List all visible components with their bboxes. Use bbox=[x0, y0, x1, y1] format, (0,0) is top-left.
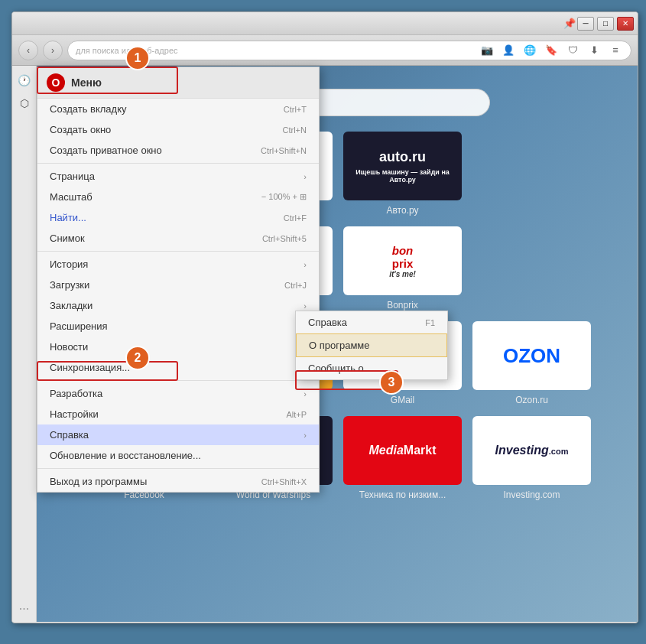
annotation-2: 2 bbox=[125, 346, 150, 370]
globe-icon: 🌐 bbox=[522, 43, 537, 58]
address-bar[interactable]: для поиска или веб-адрес 📷 👤 🌐 🔖 🛡 ⬇ ≡ bbox=[67, 41, 631, 60]
menu-title: Меню bbox=[71, 76, 102, 89]
dial-mediamarkt-label: Техника по низким... bbox=[359, 490, 446, 500]
camera-icon: 📷 bbox=[479, 43, 495, 58]
close-button[interactable]: ✕ bbox=[617, 17, 634, 31]
maximize-button[interactable]: □ bbox=[597, 17, 614, 31]
dial-bonprix-thumb: bon prix it's me! bbox=[343, 226, 462, 295]
sidebar-bookmark-icon[interactable]: ⬡ bbox=[16, 95, 33, 112]
window-controls: ─ □ ✕ bbox=[577, 17, 634, 31]
dial-mediamarkt[interactable]: MediaMarkt Техника по низким... bbox=[343, 416, 462, 500]
dial-ozon[interactable]: OZON Ozon.ru bbox=[472, 321, 591, 405]
menu-update[interactable]: Обновление и восстановление... bbox=[37, 445, 319, 466]
menu-help[interactable]: Справка › bbox=[37, 424, 319, 445]
annotation-3: 3 bbox=[379, 370, 404, 395]
menu-sync[interactable]: Синхронизация... bbox=[37, 357, 319, 378]
menu-sep-3 bbox=[37, 380, 319, 381]
menu-new-window[interactable]: Создать окно Ctrl+N bbox=[37, 119, 319, 140]
dial-auto-thumb: auto.ru Ищешь машину — зайди на Авто.ру bbox=[343, 132, 462, 200]
download-icon: ⬇ bbox=[586, 43, 602, 58]
menu-header: O Меню bbox=[37, 67, 319, 99]
minimize-button[interactable]: ─ bbox=[577, 17, 594, 31]
forward-button[interactable]: › bbox=[43, 41, 63, 60]
dial-ozon-thumb: OZON bbox=[472, 321, 591, 390]
submenu-about[interactable]: О программе bbox=[296, 333, 447, 357]
menu-icon: ≡ bbox=[608, 43, 623, 58]
menu-new-tab[interactable]: Создать вкладку Ctrl+T bbox=[37, 99, 319, 119]
menu-dev[interactable]: Разработка › bbox=[37, 383, 319, 404]
menu-private-window[interactable]: Создать приватное окно Ctrl+Shift+N bbox=[37, 140, 319, 161]
dial-investing[interactable]: Investing.com Investing.com bbox=[472, 416, 591, 500]
toolbar: ‹ › для поиска или веб-адрес 📷 👤 🌐 🔖 🛡 ⬇… bbox=[12, 35, 638, 66]
menu-zoom[interactable]: Масштаб − 100% + ⊞ bbox=[37, 187, 319, 207]
help-submenu: Справка F1 О программе Сообщить о... bbox=[295, 311, 448, 380]
submenu-help[interactable]: Справка F1 bbox=[296, 311, 447, 333]
menu-sep-4 bbox=[37, 468, 319, 469]
menu-exit[interactable]: Выход из программы Ctrl+Shift+X bbox=[37, 471, 319, 492]
annotation-1: 1 bbox=[125, 46, 150, 70]
menu-bookmarks[interactable]: Закладки › bbox=[37, 295, 319, 316]
menu-snapshot[interactable]: Снимок Ctrl+Shift+5 bbox=[37, 228, 319, 249]
opera-icon: O bbox=[47, 73, 65, 92]
menu-settings[interactable]: Настройки Alt+P bbox=[37, 404, 319, 424]
menu-find[interactable]: Найти... Ctrl+F bbox=[37, 207, 319, 228]
dial-bonprix-label: Bonprix bbox=[387, 300, 418, 311]
sidebar-more-icon[interactable]: ··· bbox=[19, 602, 29, 616]
browser-window: 📌 ─ □ ✕ ‹ › для поиска или веб-адрес 📷 👤… bbox=[11, 11, 638, 623]
menu-history[interactable]: История › bbox=[37, 254, 319, 275]
menu-extensions[interactable]: Расширения › bbox=[37, 316, 319, 337]
back-button[interactable]: ‹ bbox=[18, 41, 38, 60]
sidebar-clock-icon[interactable]: 🕐 bbox=[16, 72, 33, 89]
bookmark-icon: 🔖 bbox=[544, 43, 559, 58]
dial-mediamarkt-thumb: MediaMarkt bbox=[343, 416, 462, 485]
menu-page[interactable]: Страница › bbox=[37, 166, 319, 187]
menu-news[interactable]: Новости bbox=[37, 337, 319, 357]
dial-gmail-label: GMail bbox=[391, 395, 414, 405]
user-icon: 👤 bbox=[501, 43, 516, 58]
menu-downloads[interactable]: Загрузки Ctrl+J bbox=[37, 275, 319, 295]
dial-bonprix[interactable]: bon prix it's me! Bonprix bbox=[343, 226, 462, 311]
shield-icon: 🛡 bbox=[565, 43, 580, 58]
title-bar: 📌 ─ □ ✕ bbox=[12, 12, 638, 35]
dial-ozon-label: Ozon.ru bbox=[515, 395, 548, 405]
dial-investing-label: Investing.com bbox=[503, 490, 560, 500]
menu-dropdown: O Меню Создать вкладку Ctrl+T Создать ок… bbox=[37, 67, 320, 493]
dial-investing-thumb: Investing.com bbox=[472, 416, 591, 485]
menu-sep-2 bbox=[37, 251, 319, 252]
menu-sep-1 bbox=[37, 163, 319, 164]
sidebar: 🕐 ⬡ ··· bbox=[12, 66, 37, 622]
pin-icon[interactable]: 📌 bbox=[562, 16, 577, 31]
submenu-report[interactable]: Сообщить о... bbox=[296, 357, 447, 379]
dial-auto-label: Авто.ру bbox=[386, 205, 418, 216]
dial-auto[interactable]: auto.ru Ищешь машину — зайди на Авто.ру … bbox=[343, 132, 462, 216]
